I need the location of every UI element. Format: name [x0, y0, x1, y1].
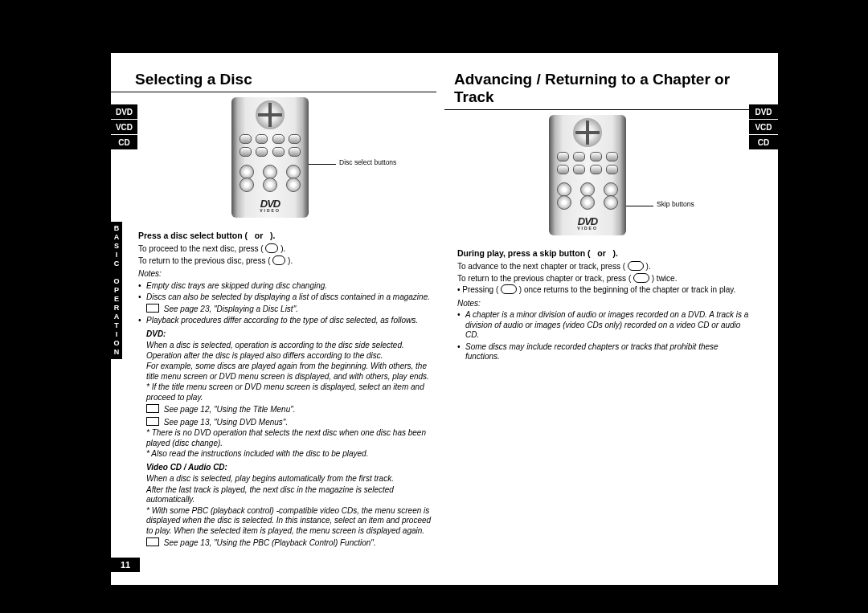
tab-dvd: DVD [749, 104, 778, 120]
dvd-p6: * There is no DVD operation that selects… [146, 428, 436, 448]
note-3: •Playback procedures differ according to… [138, 316, 436, 326]
callout-line-icon [621, 206, 653, 206]
instruction-head-text: During play, press a skip button ( or ). [457, 248, 618, 258]
heading-right: Advancing / Returning to a Chapter or Tr… [444, 53, 770, 110]
section-label: B A S I C O P E R A T I O N [111, 222, 122, 359]
r-note-1: •A chapter is a minor division of audio … [457, 310, 751, 341]
vcd-p3: * With some PBC (playback control) -comp… [146, 506, 436, 537]
tab-dvd: DVD [111, 104, 137, 120]
page-ref-icon [146, 404, 159, 413]
tab-cd: CD [111, 135, 137, 150]
line2: To return to the previous disc, press ( … [138, 256, 436, 267]
dvd-logo-icon: DVDVIDEO [549, 215, 626, 231]
r-notes-label: Notes: [457, 299, 751, 309]
page-number: 11 [111, 558, 140, 572]
note-1: •Empty disc trays are skipped during dis… [138, 281, 436, 292]
skip-next-icon [628, 261, 644, 271]
page-ref-icon [146, 537, 159, 546]
tab-vcd: VCD [111, 120, 137, 135]
side-tabs-right: DVD VCD CD [749, 104, 778, 150]
dvd-p4: See page 12, "Using the Title Menu". [146, 403, 436, 415]
disc-prev-icon [272, 255, 285, 265]
vcd-p2: After the last track is played, the next… [146, 485, 436, 505]
remote-area-left: DVDVIDEO Disc select buttons [111, 92, 444, 226]
callout-right: Skip buttons [657, 200, 694, 208]
dvd-subhead: DVD: [146, 329, 436, 340]
r-line3: • Pressing ( ) once returns to the begin… [457, 285, 751, 296]
content-left: Press a disc select button ( or ). To pr… [111, 231, 444, 549]
content-right: During play, press a skip button ( or ).… [444, 248, 778, 362]
disc-next-icon [265, 243, 278, 253]
notes-label: Notes: [138, 269, 436, 280]
dvd-p5: See page 13, "Using DVD Menus". [146, 416, 436, 428]
page-left: Selecting a Disc DVD VCD CD B A S I C O … [111, 53, 444, 585]
dvd-p2: For example, some discs are played again… [146, 362, 436, 382]
remote-icon: DVDVIDEO [549, 115, 626, 235]
r-note-2: •Some discs may include recorded chapter… [457, 342, 751, 362]
remote-icon: DVDVIDEO [231, 97, 309, 218]
page-right: Advancing / Returning to a Chapter or Tr… [444, 53, 778, 585]
callout-left: Disc select buttons [339, 158, 396, 166]
page-ref-icon [146, 304, 159, 313]
tab-vcd: VCD [749, 120, 778, 135]
r-line1: To advance to the next chapter or track,… [457, 262, 751, 272]
instruction-head-left: Press a disc select button ( or ). [138, 231, 436, 241]
heading-left: Selecting a Disc [111, 53, 436, 92]
instruction-head-right: During play, press a skip button ( or ). [457, 248, 751, 259]
side-tabs-left: DVD VCD CD [111, 104, 137, 150]
skip-prev-icon [633, 273, 649, 283]
instruction-head-text: Press a disc select button ( or ). [138, 231, 275, 240]
r-line2: To return to the previous chapter or tra… [457, 274, 751, 284]
dvd-p3: * If the title menu screen or DVD menu s… [146, 382, 436, 403]
page-ref-icon [146, 417, 159, 426]
vcd-p1: When a disc is selected, play begins aut… [146, 474, 436, 484]
tab-cd: CD [749, 135, 778, 150]
dvd-p7: * Also read the instructions included wi… [146, 449, 436, 460]
callout-line-icon [304, 164, 336, 165]
vcd-p4: See page 13, "Using the PBC (Playback Co… [146, 537, 436, 549]
dvd-logo-icon: DVDVIDEO [231, 198, 309, 213]
vcd-subhead: Video CD / Audio CD: [146, 463, 436, 473]
note-2: •Discs can also be selected by displayin… [138, 292, 436, 314]
line1: To proceed to the next disc, press ( ). [138, 244, 436, 255]
dvd-p1: When a disc is selected, operation is ac… [146, 341, 436, 361]
skip-prev-icon [501, 284, 517, 294]
remote-area-right: DVDVIDEO Skip buttons [444, 110, 778, 243]
